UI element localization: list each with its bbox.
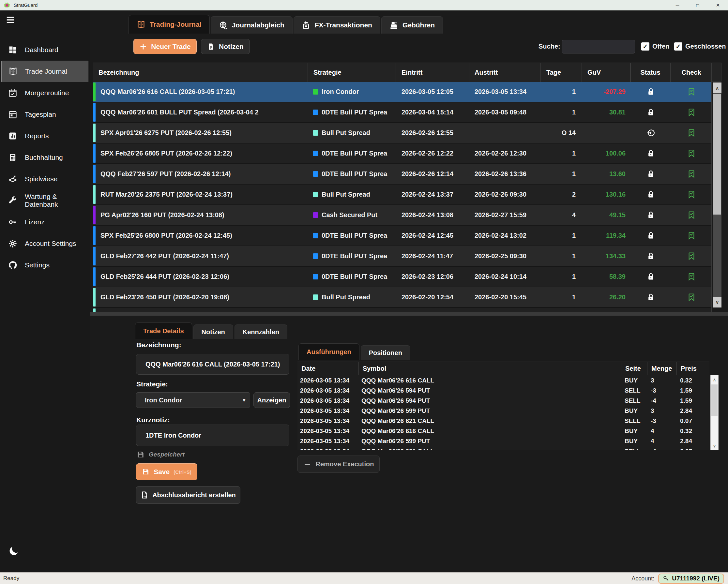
execution-row[interactable]: 2026-03-05 13:34QQQ Mar06'26 594 PUTSELL… — [297, 386, 709, 396]
column-header-eintritt[interactable]: Eintritt — [396, 63, 469, 82]
tab-fx-transaktionen[interactable]: FX-Transaktionen — [293, 16, 380, 33]
details-tab-kennzahlen[interactable]: Kennzahlen — [235, 324, 287, 339]
execution-row[interactable]: 2026-03-05 13:34QQQ Mar06'26 621 CALLSEL… — [297, 416, 709, 426]
check-bookmark-icon[interactable] — [687, 190, 696, 199]
executions-tab-ausfuehrungen[interactable]: Ausführungen — [298, 343, 359, 360]
column-header-bezeichnung[interactable]: Bezeichnung — [93, 63, 308, 82]
panel-splitter[interactable] — [90, 312, 728, 316]
theme-toggle-button[interactable] — [8, 545, 20, 558]
exec-column-header-date[interactable]: Date — [297, 362, 359, 375]
check-bookmark-icon[interactable] — [687, 231, 696, 240]
details-tab-notizen[interactable]: Notizen — [193, 324, 233, 339]
check-bookmark-icon[interactable] — [687, 272, 696, 282]
sidebar-item-reports[interactable]: Reports — [0, 125, 90, 147]
tab-journalabgleich[interactable]: Journalabgleich — [211, 16, 292, 33]
sidebar-item-spielwiese[interactable]: Spielwiese — [0, 168, 90, 190]
check-bookmark-icon[interactable] — [687, 128, 696, 138]
executions-vertical-scrollbar[interactable]: ∧ ∨ — [710, 375, 719, 450]
table-row[interactable] — [93, 308, 711, 312]
minimize-button[interactable]: ─ — [667, 0, 687, 10]
final-report-button[interactable]: Abschlussbericht erstellen — [136, 486, 240, 504]
scrollbar-thumb[interactable] — [711, 384, 718, 416]
execution-row[interactable]: 2026-03-05 13:34QQQ Mar06'26 621 CALLSEL… — [297, 446, 709, 450]
trade-days: 1 — [541, 287, 582, 307]
execution-row[interactable]: 2026-03-05 13:34QQQ Mar06'26 616 CALLBUY… — [297, 426, 709, 436]
check-bookmark-icon[interactable] — [687, 292, 696, 302]
execution-row[interactable]: 2026-03-05 13:34QQQ Mar06'26 594 PUTSELL… — [297, 396, 709, 406]
scrollbar-thumb[interactable] — [713, 94, 721, 215]
column-header-status[interactable]: Status — [631, 63, 671, 82]
table-row[interactable]: QQQ Mar06'26 616 CALL (2026-03-05 17:21)… — [93, 82, 711, 102]
scroll-up-icon[interactable]: ∧ — [711, 375, 718, 384]
scroll-down-icon[interactable]: ∨ — [713, 297, 722, 308]
sidebar-item-trade-journal[interactable]: Trade Journal — [1, 61, 88, 82]
check-bookmark-icon[interactable] — [687, 210, 696, 220]
save-shortcut: (Ctrl+S) — [174, 469, 191, 475]
table-row[interactable]: PG Apr02'26 160 PUT (2026-02-24 13:08)Ca… — [93, 205, 711, 225]
exec-column-header-seite[interactable]: Seite — [621, 362, 647, 375]
bezeichnung-field[interactable]: QQQ Mar06'26 616 CALL (2026-03-05 17:21) — [136, 354, 289, 375]
filter-open-checkbox[interactable]: ✓ Offen — [641, 39, 669, 54]
sidebar-item-tagesplan[interactable]: Tagesplan — [0, 104, 90, 125]
table-row[interactable]: GLD Feb23'26 450 PUT (2026-02-20 19:08)B… — [93, 287, 711, 308]
search-input[interactable] — [562, 40, 635, 53]
trade-name: QQQ Mar06'26 601 BULL PUT Spread (2026-0… — [101, 109, 259, 116]
exec-column-header-menge[interactable]: Menge — [647, 362, 677, 375]
strategy-select[interactable]: Iron Condor ▾ — [136, 392, 250, 408]
table-row[interactable]: QQQ Mar06'26 601 BULL PUT Spread (2026-0… — [93, 102, 711, 123]
table-row[interactable]: SPX Feb25'26 6800 PUT (2026-02-24 12:45)… — [93, 225, 711, 246]
column-header-tage[interactable]: Tage — [541, 63, 582, 82]
checkbox-check-icon[interactable]: ✓ — [674, 43, 682, 51]
table-row[interactable]: GLD Feb25'26 444 PUT (2026-02-23 12:06)0… — [93, 267, 711, 287]
sidebar-item-lizenz[interactable]: Lizenz — [0, 211, 90, 233]
maximize-button[interactable]: □ — [687, 0, 708, 10]
table-row[interactable]: SPX Apr01'26 6275 PUT (2026-02-26 12:55)… — [93, 123, 711, 143]
tab-gebuehren[interactable]: Gebühren — [381, 16, 443, 33]
filter-closed-checkbox[interactable]: ✓ Geschlossen — [674, 39, 726, 54]
new-trade-button[interactable]: Neuer Trade — [133, 39, 197, 54]
column-header-austritt[interactable]: Austritt — [469, 63, 541, 82]
sidebar-item-morgenroutine[interactable]: Morgenroutine — [0, 82, 90, 104]
sidebar-item-account-settings[interactable]: Account Settings — [0, 233, 90, 254]
kurznotiz-input[interactable] — [136, 425, 289, 446]
execution-side: BUY — [621, 407, 647, 415]
scroll-up-icon[interactable]: ∧ — [713, 82, 722, 93]
execution-row[interactable]: 2026-03-05 13:34QQQ Mar06'26 599 PUTBUY4… — [297, 436, 709, 446]
column-header-guv[interactable]: GuV — [582, 63, 631, 82]
exec-column-header-symbol[interactable]: Symbol — [359, 362, 621, 375]
check-bookmark-icon[interactable] — [687, 149, 696, 158]
exec-column-header-preis[interactable]: Preis — [677, 362, 709, 375]
table-row[interactable]: SPX Feb26'26 6805 PUT (2026-02-26 12:22)… — [93, 143, 711, 164]
column-header-strategie[interactable]: Strategie — [308, 63, 396, 82]
sidebar-item-settings[interactable]: Settings — [0, 254, 90, 276]
execution-row[interactable]: 2026-03-05 13:34QQQ Mar06'26 616 CALLBUY… — [297, 375, 709, 386]
sidebar-item-wartung-datenbank[interactable]: Wartung & Datenbank — [0, 190, 90, 211]
column-header-check[interactable]: Check — [671, 63, 712, 82]
strategy-label: 0DTE Bull PUT Sprea — [321, 150, 387, 157]
account-badge[interactable]: U7111992 (LIVE) — [658, 574, 724, 584]
strategy-color-bar — [93, 103, 96, 122]
check-bookmark-icon[interactable] — [687, 87, 696, 97]
table-row[interactable]: RUT Mar20'26 2375 PUT (2026-02-24 13:37)… — [93, 185, 711, 205]
notes-button[interactable]: Notizen — [201, 39, 250, 54]
trade-strategy-cell: 0DTE Bull PUT Sprea — [308, 102, 396, 122]
hamburger-menu-button[interactable] — [5, 15, 17, 25]
table-row[interactable]: GLD Feb27'26 442 PUT (2026-02-24 11:47)0… — [93, 246, 711, 267]
save-button[interactable]: Save (Ctrl+S) — [136, 463, 197, 480]
check-bookmark-icon[interactable] — [687, 108, 696, 117]
trades-vertical-scrollbar[interactable]: ∧ ∨ — [713, 82, 722, 308]
sidebar-item-dashboard[interactable]: Dashboard — [0, 39, 90, 61]
remove-execution-button[interactable]: Remove Execution — [297, 455, 380, 473]
details-tab-trade-details[interactable]: Trade Details — [135, 322, 192, 339]
check-bookmark-icon[interactable] — [687, 169, 696, 179]
close-button[interactable]: × — [708, 0, 728, 10]
check-bookmark-icon[interactable] — [687, 251, 696, 261]
anzeigen-button[interactable]: Anzeigen — [254, 392, 290, 408]
executions-tab-positionen[interactable]: Positionen — [361, 345, 410, 360]
scroll-down-icon[interactable]: ∨ — [711, 442, 718, 450]
tab-trading-journal[interactable]: Trading-Journal — [129, 15, 210, 33]
sidebar-item-buchhaltung[interactable]: Buchhaltung — [0, 147, 90, 168]
execution-row[interactable]: 2026-03-05 13:34QQQ Mar06'26 599 PUTBUY3… — [297, 406, 709, 416]
checkbox-check-icon[interactable]: ✓ — [641, 43, 649, 51]
table-row[interactable]: QQQ Feb27'26 597 PUT (2026-02-26 12:14)0… — [93, 164, 711, 185]
